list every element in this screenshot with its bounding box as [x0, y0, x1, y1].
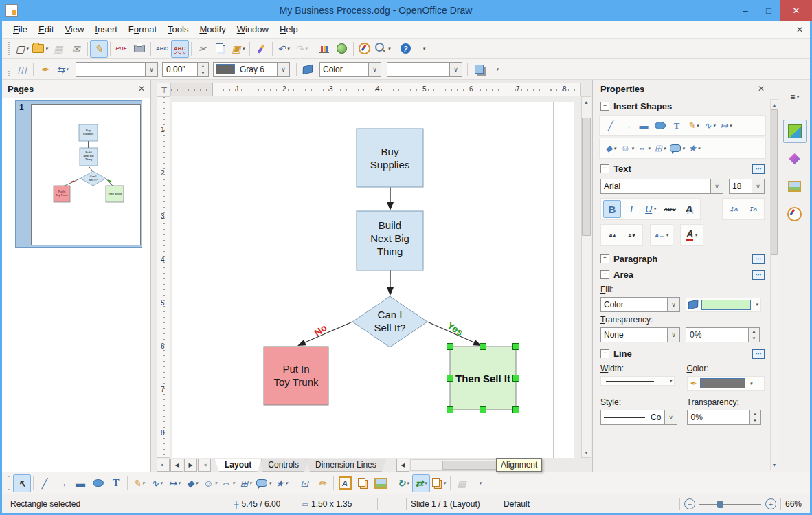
transparency-type-value[interactable]: None — [601, 330, 627, 340]
menu-window[interactable]: Window — [232, 22, 274, 36]
callout-tool-button[interactable] — [255, 474, 273, 492]
connector-dropdown-arrow[interactable] — [713, 123, 716, 129]
underline-button[interactable]: U — [642, 200, 659, 218]
star-shapes-button[interactable]: ★ — [686, 140, 703, 157]
flowchart-dropdown-arrow[interactable] — [249, 481, 252, 486]
slide-status[interactable]: Slide 1 / 1 (Layout) — [411, 499, 495, 509]
symbol-shapes-dropdown-arrow[interactable] — [631, 146, 634, 151]
rotate-dropdown-arrow[interactable] — [407, 481, 409, 486]
vertical-scrollbar[interactable]: ▲ ▼ — [581, 96, 591, 458]
glue-points-button[interactable]: ✏ — [313, 474, 331, 492]
fontwork-button[interactable]: A — [336, 474, 354, 492]
paragraph-dialog-launcher-icon[interactable]: ⋯ — [752, 254, 765, 264]
star-tool-button[interactable]: ★ — [273, 474, 291, 492]
styles-formatting-button[interactable]: ◫ — [13, 61, 31, 78]
menu-insert[interactable]: Insert — [89, 22, 123, 36]
hyperlink-button[interactable] — [333, 40, 351, 58]
zoom-slider-thumb[interactable] — [717, 501, 723, 508]
fill-style-dropdown-button[interactable] — [667, 298, 679, 311]
font-color-button[interactable]: A — [683, 226, 701, 244]
fill-color-group[interactable] — [686, 298, 761, 312]
zoom-dropdown-arrow[interactable] — [388, 46, 391, 52]
font-size-select[interactable]: 18 — [729, 179, 765, 194]
zoom-in-icon[interactable]: + — [765, 498, 776, 509]
text-section-header[interactable]: − Text ⋯ — [595, 160, 770, 176]
open-button[interactable] — [31, 40, 49, 58]
menu-edit[interactable]: Edit — [33, 22, 59, 36]
zoom-percentage[interactable]: 66% — [785, 499, 810, 509]
tab-navigator[interactable] — [783, 202, 807, 226]
scroll-left-icon[interactable]: ◀ — [396, 459, 409, 472]
zoom-slider-control[interactable]: − + — [684, 498, 776, 509]
paragraph-section-header[interactable]: + Paragraph ⋯ — [595, 250, 770, 266]
selection-handle[interactable] — [480, 344, 486, 350]
font-name-dropdown-button[interactable] — [710, 179, 723, 193]
insert-connector-button[interactable]: ∿ — [701, 117, 718, 134]
maximize-button[interactable]: □ — [757, 3, 780, 18]
menu-help[interactable]: Help — [274, 22, 304, 36]
tab-layout[interactable]: Layout — [214, 459, 262, 472]
email-button[interactable]: ✉ — [67, 40, 85, 58]
selection-handle[interactable] — [513, 375, 519, 382]
strikethrough-button[interactable]: ABC — [661, 200, 679, 218]
transparency-value[interactable]: 0% — [686, 330, 748, 340]
lines-arrows-dropdown-arrow[interactable] — [730, 123, 732, 129]
previous-page-button[interactable]: ◀ — [170, 459, 183, 472]
line-width-arrows[interactable]: ▲▼ — [197, 63, 208, 76]
selection-handle[interactable] — [447, 407, 453, 413]
selection-handle[interactable] — [480, 407, 486, 413]
line-transparency-spinner[interactable]: 0%▲▼ — [687, 410, 761, 425]
fill-style-value[interactable]: Color — [601, 300, 627, 309]
line-color-dropdown-button[interactable] — [277, 63, 289, 76]
insert-ellipse-button[interactable] — [652, 117, 668, 134]
last-page-button[interactable]: ⇥ — [198, 459, 211, 472]
fill-color-dropdown-arrow[interactable] — [756, 302, 758, 307]
insert-freeform-button[interactable]: ✎ — [685, 117, 701, 134]
print-button[interactable] — [131, 40, 148, 58]
increase-font-button[interactable]: A▴ — [603, 226, 621, 244]
edit-points-button[interactable]: ⊡ — [295, 474, 313, 492]
insert-line-button[interactable]: ╱ — [602, 117, 619, 134]
drawing-viewport[interactable]: BuySupplies BuildNext BigThing Can ISell… — [170, 96, 581, 458]
scroll-up-icon[interactable]: ▲ — [770, 100, 779, 109]
page-style[interactable]: Default — [504, 499, 593, 509]
fill-type-select[interactable]: Color — [319, 62, 381, 77]
gallery-button[interactable] — [372, 474, 390, 492]
font-shadow-button[interactable]: A — [680, 200, 698, 218]
rectangle-tool-button[interactable]: ▬ — [71, 474, 89, 492]
scroll-down-icon[interactable]: ▼ — [582, 448, 591, 457]
scroll-up-icon[interactable]: ▲ — [582, 97, 591, 107]
line-section-header[interactable]: − Line ⋯ — [595, 345, 770, 361]
rotate-button[interactable]: ↻ — [394, 474, 412, 492]
line-tool-button[interactable]: ╱ — [36, 474, 54, 492]
freeform-tool-button[interactable]: ✎ — [130, 474, 148, 492]
flowchart-tool-button[interactable]: ⊞ — [237, 474, 255, 492]
connector-dropdown-arrow[interactable] — [160, 481, 163, 486]
toolbar-grip[interactable] — [8, 42, 10, 56]
connector-no-branch[interactable] — [305, 322, 352, 342]
symbol-shapes-dropdown-arrow[interactable] — [214, 481, 217, 486]
insert-shapes-section-header[interactable]: − Insert Shapes — [595, 98, 770, 113]
toolbar-overflow-button[interactable] — [414, 40, 432, 58]
format-paintbrush-button[interactable] — [252, 40, 270, 58]
transparency-type-dropdown-button[interactable] — [667, 328, 679, 342]
arrow-style-dropdown-arrow[interactable] — [66, 67, 69, 72]
block-arrows-tool-button[interactable]: ⇔ — [219, 474, 237, 492]
flowchart-dropdown-arrow[interactable] — [664, 146, 666, 151]
edit-file-button[interactable]: ✎ — [90, 40, 108, 58]
basic-shapes-button[interactable]: ◆ — [602, 140, 619, 157]
lines-arrows-tool-button[interactable]: ↦ — [166, 474, 183, 492]
tab-properties[interactable] — [783, 120, 807, 143]
line-color-group[interactable]: ✒ — [687, 376, 765, 391]
basic-shapes-dropdown-arrow[interactable] — [196, 481, 199, 486]
sidebar-menu-button[interactable]: ≡ — [783, 85, 807, 109]
collapse-icon[interactable]: − — [600, 102, 609, 111]
area-section-header[interactable]: − Area ⋯ — [595, 266, 770, 282]
close-button[interactable]: ✕ — [780, 0, 812, 21]
star-dropdown-arrow[interactable] — [698, 146, 701, 151]
toolbar-grip[interactable] — [8, 476, 10, 490]
bold-button[interactable]: B — [603, 200, 621, 218]
block-arrows-dropdown-arrow[interactable] — [232, 481, 235, 486]
line-style-select[interactable]: Co — [600, 410, 677, 425]
line-transparency-value[interactable]: 0% — [688, 413, 749, 422]
